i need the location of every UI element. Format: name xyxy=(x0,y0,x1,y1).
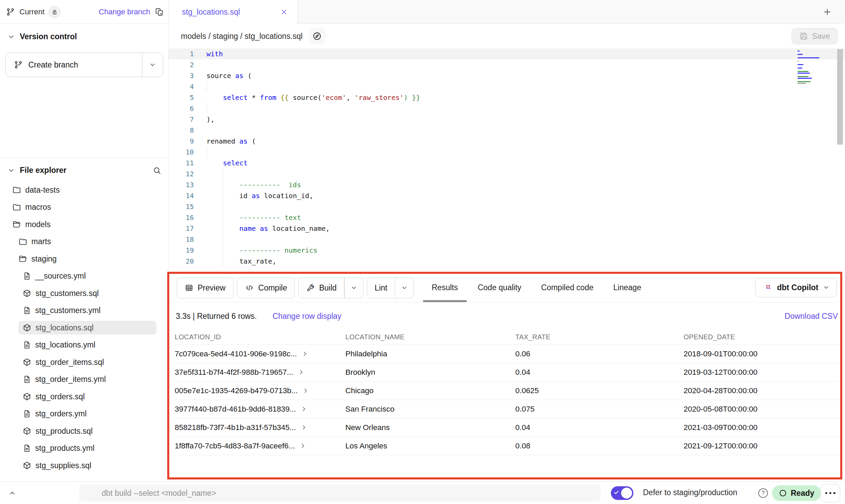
expand-command-bar-button[interactable] xyxy=(6,487,18,499)
panel-tab-results[interactable]: Results xyxy=(432,273,458,302)
cell-location-id: 005e7e1c-1935-4269-b479-0713b... xyxy=(175,386,298,395)
table-row[interactable]: 1f8ffa70-7cb5-4d83-8a7f-9aceef6...Los An… xyxy=(175,437,839,455)
panel-tab-code-quality[interactable]: Code quality xyxy=(478,273,521,302)
expand-row-icon[interactable] xyxy=(301,406,307,412)
code-line-15[interactable]: 15 xyxy=(169,201,845,212)
file-item-stg_locations.sql[interactable]: stg_locations.sql xyxy=(0,319,169,337)
ready-status-badge[interactable]: Ready xyxy=(772,485,821,501)
defer-toggle[interactable] xyxy=(611,486,633,500)
line-number: 4 xyxy=(169,83,194,91)
table-row[interactable]: 858218fb-73f7-4b1b-a31f-57b345...New Orl… xyxy=(175,418,839,437)
file-item-__sources.yml[interactable]: __sources.yml xyxy=(0,268,169,285)
cell-location-name: Philadelphia xyxy=(345,350,515,358)
copy-icon[interactable] xyxy=(155,8,164,16)
create-branch-dropdown[interactable] xyxy=(142,53,163,77)
file-item-data-tests[interactable]: data-tests xyxy=(0,181,169,199)
dbt-copilot-button[interactable]: dbt Copilot xyxy=(755,278,837,297)
code-line-10[interactable]: 10 xyxy=(169,147,845,158)
code-line-3[interactable]: 3source as ( xyxy=(169,70,845,81)
preview-button[interactable]: Preview xyxy=(177,277,233,298)
code-line-7[interactable]: 7), xyxy=(169,114,845,125)
file-label: stg_locations.sql xyxy=(35,323,94,332)
expand-row-icon[interactable] xyxy=(298,369,304,375)
panel-tab-compiled-code[interactable]: Compiled code xyxy=(541,273,593,302)
change-branch-link[interactable]: Change branch xyxy=(99,8,150,16)
file-item-stg_locations.yml[interactable]: stg_locations.yml xyxy=(0,337,169,354)
lineage-navigator-button[interactable] xyxy=(309,28,325,44)
file-item-models[interactable]: models xyxy=(0,216,169,233)
compile-button[interactable]: Compile xyxy=(237,277,295,298)
code-line-1[interactable]: 1with xyxy=(169,48,845,59)
model-icon xyxy=(23,358,31,367)
code-line-6[interactable]: 6 xyxy=(169,103,845,114)
table-row[interactable]: 37e5f311-b7f4-4f2f-988b-719657...Brookly… xyxy=(175,363,839,382)
lint-button[interactable]: Lint xyxy=(367,277,414,298)
cell-tax-rate: 0.04 xyxy=(515,368,684,377)
expand-row-icon[interactable] xyxy=(302,387,309,394)
command-input[interactable]: dbt build --select <model_name> xyxy=(79,485,601,502)
file-item-stg_customers.sql[interactable]: stg_customers.sql xyxy=(0,285,169,302)
more-options-button[interactable] xyxy=(820,484,840,502)
copilot-label: dbt Copilot xyxy=(777,283,818,292)
tab-stg-locations-sql[interactable]: stg_locations.sql xyxy=(169,0,298,24)
file-item-stg_products.yml[interactable]: stg_products.yml xyxy=(0,440,169,457)
table-row[interactable]: 005e7e1c-1935-4269-b479-0713b...Chicago0… xyxy=(175,382,839,400)
doc-icon xyxy=(23,306,31,315)
doc-icon xyxy=(23,341,31,349)
editor-scrollbar[interactable] xyxy=(837,49,843,145)
code-line-13[interactable]: 13 ---------- ids xyxy=(169,179,845,190)
file-item-stg_order_items.sql[interactable]: stg_order_items.sql xyxy=(0,354,169,371)
code-line-19[interactable]: 19 ---------- numerics xyxy=(169,245,845,256)
new-tab-button[interactable] xyxy=(821,6,833,18)
code-line-5[interactable]: 5 select * from {{ source('ecom', 'raw_s… xyxy=(169,92,845,103)
build-button[interactable]: Build xyxy=(298,277,363,298)
file-item-stg_orders.yml[interactable]: stg_orders.yml xyxy=(0,405,169,423)
expand-row-icon[interactable] xyxy=(300,443,306,449)
table-row[interactable]: 7c079cea-5ed4-4101-906e-9198c...Philadel… xyxy=(175,345,839,363)
file-item-staging[interactable]: staging xyxy=(0,250,169,268)
code-line-2[interactable]: 2 xyxy=(169,59,845,70)
code-line-20[interactable]: 20 tax_rate, xyxy=(169,256,845,267)
file-item-marts[interactable]: marts xyxy=(0,233,169,251)
file-item-stg_supplies.sql[interactable]: stg_supplies.sql xyxy=(0,457,169,474)
file-explorer-header[interactable]: File explorer xyxy=(8,166,161,175)
lint-dropdown[interactable] xyxy=(395,278,414,298)
command-placeholder: dbt build --select <model_name> xyxy=(102,489,216,498)
code-line-18[interactable]: 18 xyxy=(169,234,845,245)
file-item-stg_customers.yml[interactable]: stg_customers.yml xyxy=(0,302,169,320)
table-row[interactable]: 3977f440-b87d-461b-9dd6-81839...San Fran… xyxy=(175,400,839,418)
code-line-17[interactable]: 17 name as location_name, xyxy=(169,223,845,234)
file-item-stg_order_items.yml[interactable]: stg_order_items.yml xyxy=(0,371,169,388)
build-dropdown[interactable] xyxy=(345,278,363,298)
help-icon[interactable]: ? xyxy=(758,488,768,498)
code-line-9[interactable]: 9renamed as ( xyxy=(169,136,845,147)
save-button[interactable]: Save xyxy=(791,28,838,44)
code-line-12[interactable]: 12 xyxy=(169,168,845,179)
change-row-display-link[interactable]: Change row display xyxy=(272,312,341,321)
cell-tax-rate: 0.04 xyxy=(515,423,684,432)
code-line-14[interactable]: 14 id as location_id, xyxy=(169,190,845,201)
cell-location-name: San Francisco xyxy=(345,405,515,414)
column-header: TAX_RATE xyxy=(515,333,684,341)
file-item-stg_products.sql[interactable]: stg_products.sql xyxy=(0,423,169,440)
create-branch-button[interactable]: Create branch xyxy=(5,53,163,77)
code-area[interactable]: 1with23source as (45 select * from {{ so… xyxy=(169,48,845,267)
file-label: stg_supplies.sql xyxy=(35,461,91,470)
expand-row-icon[interactable] xyxy=(302,351,308,357)
code-line-8[interactable]: 8 xyxy=(169,125,845,136)
line-number: 14 xyxy=(169,192,194,200)
expand-row-icon[interactable] xyxy=(301,424,307,431)
panel-tab-lineage[interactable]: Lineage xyxy=(613,273,641,302)
code-line-11[interactable]: 11 select xyxy=(169,158,845,168)
line-number: 3 xyxy=(169,72,194,80)
file-tree: data-testsmacrosmodelsmartsstaging__sour… xyxy=(0,181,169,474)
file-item-stg_orders.sql[interactable]: stg_orders.sql xyxy=(0,388,169,405)
version-control-header[interactable]: Version control xyxy=(8,32,77,41)
file-item-macros[interactable]: macros xyxy=(0,199,169,216)
code-line-16[interactable]: 16 ---------- text xyxy=(169,212,845,223)
code-line-4[interactable]: 4 xyxy=(169,81,845,92)
close-tab-icon[interactable] xyxy=(280,8,288,16)
action-label: Lint xyxy=(375,283,387,293)
download-csv-link[interactable]: Download CSV xyxy=(785,312,838,321)
search-icon[interactable] xyxy=(153,166,161,175)
